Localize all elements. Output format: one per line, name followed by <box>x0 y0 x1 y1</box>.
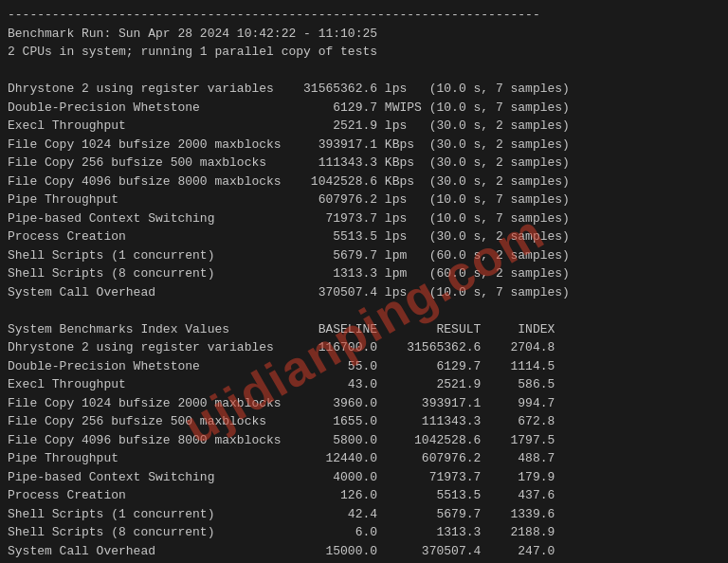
header-line1: Benchmark Run: Sun Apr 28 2024 10:42:22 … <box>8 25 720 44</box>
benchmark-row: Double-Precision Whetstone 6129.7 MWIPS … <box>8 99 720 118</box>
benchmark-row: System Call Overhead 370507.4 lps (10.0 … <box>8 283 720 302</box>
benchmark-row: Dhrystone 2 using register variables 315… <box>8 80 720 99</box>
index-row: Process Creation 126.0 5513.5 437.6 <box>8 486 720 505</box>
index-row: Shell Scripts (8 concurrent) 6.0 1313.3 … <box>8 523 720 542</box>
index-header: System Benchmarks Index Values BASELINE … <box>8 320 720 339</box>
blank1 <box>8 62 720 81</box>
terminal-window: ujidianping.com ------------------------… <box>0 0 728 563</box>
benchmark-row: Execl Throughput 2521.9 lps (30.0 s, 2 s… <box>8 117 720 136</box>
header-line2: 2 CPUs in system; running 1 parallel cop… <box>8 43 720 62</box>
benchmark-row: Process Creation 5513.5 lps (30.0 s, 2 s… <box>8 227 720 246</box>
benchmark-table: Dhrystone 2 using register variables 315… <box>8 80 720 301</box>
index-row: Execl Throughput 43.0 2521.9 586.5 <box>8 375 720 394</box>
benchmark-row: File Copy 4096 bufsize 8000 maxblocks 10… <box>8 173 720 191</box>
index-row: Pipe-based Context Switching 4000.0 7197… <box>8 468 720 487</box>
benchmark-row: Shell Scripts (8 concurrent) 1313.3 lpm … <box>8 264 720 283</box>
index-row: Double-Precision Whetstone 55.0 6129.7 1… <box>8 357 720 376</box>
index-row: System Call Overhead 15000.0 370507.4 24… <box>8 542 720 561</box>
benchmark-row: File Copy 1024 bufsize 2000 maxblocks 39… <box>8 136 720 154</box>
index-row: Dhrystone 2 using register variables 116… <box>8 338 720 357</box>
index-section: System Benchmarks Index Values BASELINE … <box>8 320 720 561</box>
index-row: File Copy 256 bufsize 500 maxblocks 1655… <box>8 412 720 431</box>
benchmark-row: Pipe Throughput 607976.2 lps (10.0 s, 7 … <box>8 191 720 209</box>
separator-top: ----------------------------------------… <box>8 6 720 25</box>
benchmark-row: Pipe-based Context Switching 71973.7 lps… <box>8 209 720 228</box>
benchmark-row: Shell Scripts (1 concurrent) 5679.7 lpm … <box>8 246 720 265</box>
index-row: File Copy 4096 bufsize 8000 maxblocks 58… <box>8 431 720 450</box>
index-row: File Copy 1024 bufsize 2000 maxblocks 39… <box>8 394 720 413</box>
index-row: Shell Scripts (1 concurrent) 42.4 5679.7… <box>8 505 720 524</box>
blank2 <box>8 301 720 320</box>
benchmark-row: File Copy 256 bufsize 500 maxblocks 1113… <box>8 154 720 173</box>
index-row: Pipe Throughput 12440.0 607976.2 488.7 <box>8 449 720 468</box>
